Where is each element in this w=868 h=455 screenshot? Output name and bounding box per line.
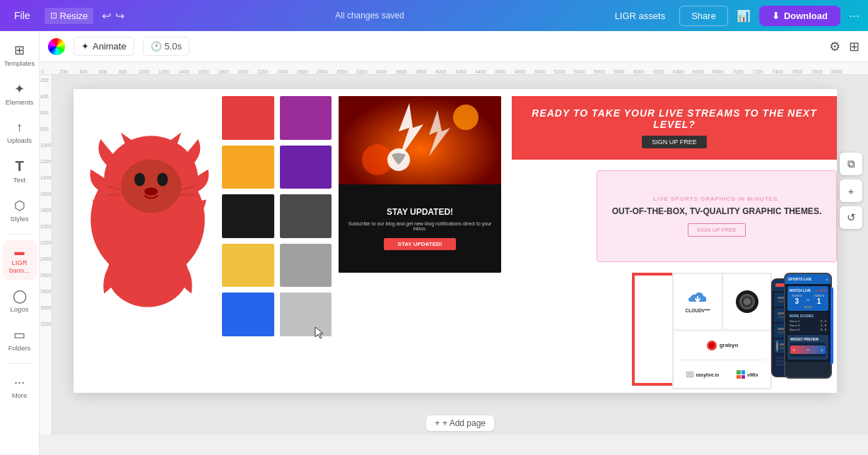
sidebar-item-ligr-banner[interactable]: ▬ LIGR bann... xyxy=(3,240,37,280)
download-icon: ⬇ xyxy=(772,11,780,21)
add-page-label: + Add page xyxy=(442,418,486,428)
download-label: Download xyxy=(784,11,828,21)
vmix-logo: vMix xyxy=(737,370,758,379)
canvas-area[interactable]: ⧉ + ↺ .lion { fill: #e53e3e; } xyxy=(52,75,868,435)
sidebar-divider-2 xyxy=(8,363,31,364)
ruler-top: 0 200 400 600 800 1000 1200 1400 1600 18… xyxy=(40,62,868,75)
partners-bottom-row: grabyo easylive.io xyxy=(673,331,772,389)
swatch-black[interactable] xyxy=(222,194,274,238)
time-display[interactable]: 🕐 5.0s xyxy=(143,37,190,56)
swatch-orange[interactable] xyxy=(222,146,274,189)
lion-svg: .lion { fill: #e53e3e; } xyxy=(81,96,215,343)
easylive-vmix-row: easylive.io vMix xyxy=(678,370,767,379)
vmix-icon xyxy=(737,370,745,379)
sidebar-item-uploads[interactable]: ↑ Uploads xyxy=(3,114,37,150)
folders-icon: ▭ xyxy=(13,327,25,343)
partner-grabyo-easylive-vmix: grabyo easylive.io xyxy=(673,331,772,389)
obs-logo xyxy=(736,290,758,313)
sidebar-label-more: More xyxy=(12,391,28,399)
sidebar-item-folders[interactable]: ▭ Folders xyxy=(3,321,37,358)
sidebar-item-logos[interactable]: ◯ Logos xyxy=(3,283,37,319)
lion-graphic[interactable]: .lion { fill: #e53e3e; } xyxy=(81,96,215,343)
time-value: 5.0s xyxy=(165,41,182,52)
undo-redo-group: ↩ ↪ xyxy=(102,9,124,23)
filter-icon[interactable]: ⚙ xyxy=(829,39,840,54)
svg-point-2 xyxy=(121,160,182,213)
color-wheel[interactable] xyxy=(48,38,65,55)
animate-button[interactable]: ✦ Animate xyxy=(74,37,134,56)
sidebar-label-ligr-banner: LIGR bann... xyxy=(7,259,33,274)
swatch-dark-gray[interactable] xyxy=(280,194,332,238)
left-sidebar: ⊞ Templates ✦ Elements ↑ Uploads T Text … xyxy=(0,31,40,455)
easylive-logo: easylive.io xyxy=(686,372,719,377)
more-icon: ··· xyxy=(14,375,25,390)
analytics-icon[interactable]: 📊 xyxy=(737,9,751,23)
pink-card-cta[interactable]: SIGN UP FREE xyxy=(688,223,746,237)
sports-newsletter-card[interactable]: STAY UPDATED! Subscribe to our blog and … xyxy=(339,96,501,273)
resize-label: Resize xyxy=(60,11,88,21)
swatch-red[interactable] xyxy=(222,96,274,140)
sports-card-title: STAY UPDATED! xyxy=(387,207,453,217)
resize-icon: ⊡ xyxy=(50,11,57,20)
uploads-icon: ↑ xyxy=(16,120,23,135)
sidebar-divider xyxy=(8,234,31,235)
ligr-assets-button[interactable]: LIGR assets xyxy=(615,11,666,21)
redo-button[interactable]: ↪ xyxy=(115,9,124,23)
sidebar-item-templates[interactable]: ⊞ Templates xyxy=(3,37,37,73)
canvas-content: .lion { fill: #e53e3e; } xyxy=(74,89,837,393)
svg-point-4 xyxy=(157,173,168,187)
sidebar-item-more[interactable]: ··· More xyxy=(3,370,37,405)
red-bracket xyxy=(632,273,674,386)
pink-card-subtitle: LIVE SPORTS GRAPHICS IN MINUTES. xyxy=(654,196,780,202)
red-banner-cta[interactable]: SIGN UP FREE xyxy=(642,136,706,148)
pink-card-title: OUT-OF-THE-BOX, TV-QUALITY GRAPHIC THEME… xyxy=(612,206,821,216)
animate-label: Animate xyxy=(93,41,127,52)
ruler-left: 200 400 600 800 1000 1200 1400 1600 1800… xyxy=(40,75,52,435)
undo-button[interactable]: ↩ xyxy=(102,9,111,23)
sidebar-label-templates: Templates xyxy=(4,59,35,67)
text-icon: T xyxy=(15,158,23,175)
grid-icon[interactable]: ⊞ xyxy=(849,39,860,54)
grabyo-logo: grabyo xyxy=(707,341,739,350)
canvas-float-buttons: ⧉ + ↺ xyxy=(840,153,862,229)
templates-icon: ⊞ xyxy=(14,42,25,58)
partner-obs xyxy=(722,273,772,330)
design-canvas[interactable]: .lion { fill: #e53e3e; } xyxy=(74,89,837,393)
cursor-svg xyxy=(314,326,325,340)
styles-icon: ⬡ xyxy=(14,198,25,213)
red-banner-title: READY TO TAKE YOUR LIVE STREAMS TO THE N… xyxy=(519,107,830,130)
swatch-blue[interactable] xyxy=(222,292,274,336)
sidebar-label-folders: Folders xyxy=(8,344,31,352)
swatch-light-gray[interactable] xyxy=(280,244,332,288)
add-page-float-button[interactable]: + xyxy=(840,179,862,202)
file-menu[interactable]: File xyxy=(8,7,36,24)
phone-accent xyxy=(831,287,833,365)
sidebar-label-elements: Elements xyxy=(6,98,34,106)
sidebar-item-styles[interactable]: ⬡ Styles xyxy=(3,192,37,228)
download-button[interactable]: ⬇ Download xyxy=(759,6,840,26)
red-banner[interactable]: READY TO TAKE YOUR LIVE STREAMS TO THE N… xyxy=(512,96,837,160)
sports-card-subtitle: Subscribe to our blog and get new blog n… xyxy=(346,221,494,231)
swatch-purple[interactable] xyxy=(280,146,332,189)
sync-button[interactable]: ↺ xyxy=(840,206,862,229)
copy-page-button[interactable]: ⧉ xyxy=(840,153,862,175)
add-page-button[interactable]: + + Add page xyxy=(426,415,494,431)
share-button[interactable]: Share xyxy=(679,6,728,26)
elements-icon: ✦ xyxy=(14,81,25,97)
clock-icon: 🕐 xyxy=(151,41,162,52)
swatch-yellow[interactable] xyxy=(222,244,274,288)
sidebar-label-styles: Styles xyxy=(11,215,29,223)
sidebar-item-text[interactable]: T Text xyxy=(3,153,37,189)
sidebar-item-elements[interactable]: ✦ Elements xyxy=(3,76,37,112)
autosave-status: All changes saved xyxy=(133,11,606,20)
swatch-purple-dark[interactable] xyxy=(280,96,332,140)
pink-card[interactable]: LIVE SPORTS GRAPHICS IN MINUTES. OUT-OF-… xyxy=(597,170,837,262)
plus-icon: + xyxy=(435,418,440,428)
secondary-toolbar: ✦ Animate 🕐 5.0s ⚙ ⊞ xyxy=(40,31,868,62)
more-options-button[interactable]: ··· xyxy=(849,8,860,23)
resize-button[interactable]: ⊡ Resize xyxy=(45,8,94,24)
sidebar-label-text: Text xyxy=(13,176,25,184)
svg-point-5 xyxy=(144,187,158,195)
sports-card-cta[interactable]: STAY UPDATED! xyxy=(384,238,457,250)
svg-point-12 xyxy=(453,105,479,130)
